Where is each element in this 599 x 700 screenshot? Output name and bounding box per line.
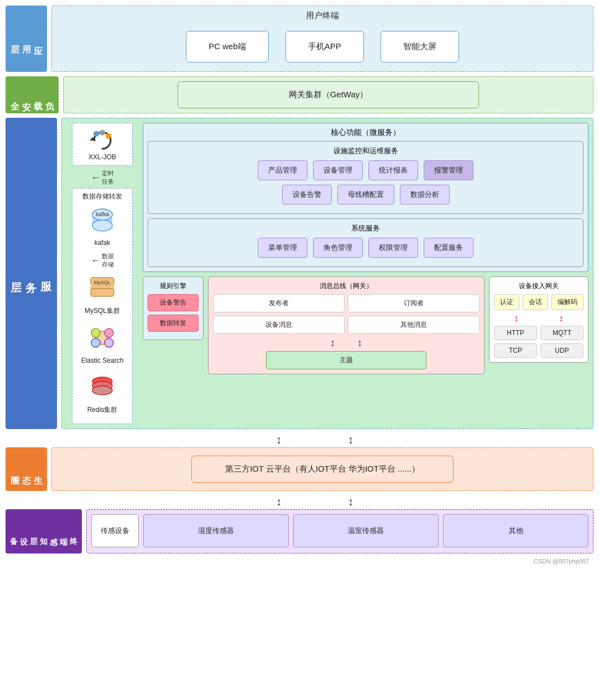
xxljob-icon xyxy=(87,128,118,153)
sensor-device-box: 传感设备 xyxy=(91,514,139,547)
timing-arrow: ← 定时任务 xyxy=(91,169,114,186)
redis-label: Redis集群 xyxy=(87,405,118,415)
message-bus-box: 消息总线（网关） 发布者 订阅者 设备消息 其他消息 ↕ ↕ xyxy=(208,276,485,374)
svg-point-6 xyxy=(92,220,112,231)
eco-layer-content: 第三方IOT 云平台（有人IOT平台 华为IOT平台 ......） xyxy=(51,447,593,491)
mysql-label: MySQL集群 xyxy=(85,306,120,316)
btn-stats-report: 统计报表 xyxy=(368,160,418,180)
xxljob-label: XXL-JOB xyxy=(88,153,116,161)
btn-device-warning: 设备警告 xyxy=(148,294,199,311)
device-gateway-title: 设备接入网关 xyxy=(494,281,584,291)
left-service-col: XXL-JOB ← 定时任务 数据存储转发 xyxy=(66,123,138,424)
service-layer-content: XXL-JOB ← 定时任务 数据存储转发 xyxy=(61,118,593,429)
terminal-inner: 传感设备 湿度传感器 温室传感器 其他 xyxy=(91,514,588,547)
terminal-layer-label: 终端感知层设备 xyxy=(6,509,82,553)
btn-other-msg: 其他消息 xyxy=(348,316,480,334)
terminal-layer-row: 终端感知层设备 传感设备 湿度传感器 温室传感器 其他 xyxy=(6,509,593,553)
app-layer-label: 应用层 xyxy=(6,6,47,72)
eco-layer-row: 生态圈 第三方IOT 云平台（有人IOT平台 华为IOT平台 ......） xyxy=(6,447,593,491)
pc-web-box: PC web端 xyxy=(186,31,269,62)
eco-layer-label: 生态圈 xyxy=(6,447,47,491)
svg-rect-11 xyxy=(91,289,114,296)
kafka-label: kafak xyxy=(95,239,111,247)
eco-box: 第三方IOT 云平台（有人IOT平台 华为IOT平台 ......） xyxy=(191,456,454,483)
btn-product-mgmt: 产品管理 xyxy=(258,160,308,180)
btn-data-forward: 数据转发 xyxy=(148,315,199,332)
data-store-arrow: ← 数据存储 xyxy=(91,252,114,269)
redis-icon-wrapper xyxy=(86,370,119,403)
service-layer-label: 服务层 xyxy=(6,118,57,429)
rule-engine-title: 规则引擎 xyxy=(148,281,199,291)
data-storage-title: 数据存储转发 xyxy=(82,192,122,201)
monitor-title: 设施监控和运维服务 xyxy=(153,146,579,156)
message-bus-grid: 发布者 订阅者 设备消息 其他消息 xyxy=(213,294,480,334)
svg-text:kafka: kafka xyxy=(96,211,109,217)
gw-arrows1: ↕ ↕ xyxy=(494,314,584,323)
mobile-app-box: 手机APP xyxy=(285,31,364,62)
btn-session: 会话 xyxy=(523,294,548,310)
core-func-box: 核心功能（微服务） 设施监控和运维服务 产品管理 设备管理 统计报表 报警管理 xyxy=(143,123,588,272)
btn-busbar-config: 母线槽配置 xyxy=(337,185,394,205)
inter-arrow-eco: ↕ ↕ xyxy=(6,433,593,446)
rule-engine-box: 规则引擎 设备警告 数据转发 xyxy=(143,276,204,340)
mysql-icon-wrapper: MySQL xyxy=(86,271,119,304)
gateway-box: 网关集群（GetWay） xyxy=(178,81,480,108)
svg-point-3 xyxy=(106,133,111,139)
inter-arrow-terminal: ↕ ↕ xyxy=(6,495,593,508)
elastic-icon-wrapper xyxy=(86,321,119,354)
func-buttons-row1: 产品管理 设备管理 统计报表 报警管理 xyxy=(153,160,579,180)
sys-service-title: 系统服务 xyxy=(153,223,579,233)
btn-device-mgmt: 设备管理 xyxy=(313,160,363,180)
svg-point-15 xyxy=(105,328,113,337)
btn-subscriber: 订阅者 xyxy=(348,294,480,312)
main-container: 应用层 用户终端 PC web端 手机APP 智能大屏 负载安全 网关集群（Ge… xyxy=(0,0,599,570)
app-layer-boxes: PC web端 手机APP 智能大屏 xyxy=(56,27,588,67)
elastic-item: Elastic Search xyxy=(75,321,130,364)
btn-auth: 认证 xyxy=(494,294,519,310)
service-right-main: 核心功能（微服务） 设施监控和运维服务 产品管理 设备管理 统计报表 报警管理 xyxy=(143,123,588,424)
btn-role-mgmt: 角色管理 xyxy=(313,238,363,258)
app-layer-title: 用户终端 xyxy=(56,11,588,21)
core-func-title: 核心功能（微服务） xyxy=(148,128,584,138)
btn-tcp: TCP xyxy=(494,343,537,358)
data-storage-box: 数据存储转发 kafka xyxy=(72,188,133,424)
btn-device-msg: 设备消息 xyxy=(213,316,345,334)
service-layer-row: 服务层 xyxy=(6,118,593,429)
btn-menu-mgmt: 菜单管理 xyxy=(258,238,308,258)
btn-http: HTTP xyxy=(494,326,537,340)
smart-screen-box: 智能大屏 xyxy=(381,31,459,62)
app-layer-content: 用户终端 PC web端 手机APP 智能大屏 xyxy=(51,6,593,72)
sys-service-buttons: 菜单管理 角色管理 权限管理 配置服务 xyxy=(153,238,579,258)
func-buttons-row2: 设备告警 母线槽配置 数据分析 xyxy=(153,185,579,205)
watermark: CSDN @007php007 xyxy=(6,558,593,565)
svg-point-2 xyxy=(100,130,105,135)
device-gateway-box: 设备接入网关 认证 会话 编解码 ↕ ↕ xyxy=(489,276,588,363)
security-layer-content: 网关集群（GetWay） xyxy=(63,76,593,113)
svg-point-14 xyxy=(91,328,100,337)
svg-point-17 xyxy=(105,338,113,347)
monitor-box: 设施监控和运维服务 产品管理 设备管理 统计报表 报警管理 设备告警 母线槽配置… xyxy=(148,141,584,214)
svg-text:MySQL: MySQL xyxy=(94,280,111,285)
humidity-sensor-box: 湿度传感器 xyxy=(143,514,289,547)
elastic-label: Elastic Search xyxy=(81,357,124,364)
other-device-box: 其他 xyxy=(443,514,588,547)
btn-config-svc: 配置服务 xyxy=(424,238,473,258)
mysql-item: MySQL MySQL集群 xyxy=(75,271,130,316)
security-layer-label: 负载安全 xyxy=(6,76,59,113)
kafka-icon-wrapper: kafka xyxy=(86,203,119,237)
btn-data-analysis: 数据分析 xyxy=(400,185,450,205)
temp-sensor-box: 温室传感器 xyxy=(293,514,439,547)
btn-mqtt: MQTT xyxy=(540,326,584,340)
redis-item: Redis集群 xyxy=(75,370,130,415)
terminal-layer-content: 传感设备 湿度传感器 温室传感器 其他 xyxy=(86,509,593,553)
btn-udp: UDP xyxy=(540,343,584,358)
btn-topic: 主题 xyxy=(266,351,426,369)
bottom-service-row: 规则引擎 设备警告 数据转发 消息总线（网关） 发布者 订阅者 设备消息 其他 xyxy=(143,276,588,374)
btn-decode: 编解码 xyxy=(551,294,584,310)
gw-protocol-grid: HTTP MQTT TCP UDP xyxy=(494,326,584,358)
svg-point-1 xyxy=(93,131,99,137)
message-bus-title: 消息总线（网关） xyxy=(213,281,480,291)
btn-device-alarm: 设备告警 xyxy=(282,185,332,205)
security-layer-row: 负载安全 网关集群（GetWay） xyxy=(6,76,593,113)
sys-service-box: 系统服务 菜单管理 角色管理 权限管理 配置服务 xyxy=(148,218,584,267)
